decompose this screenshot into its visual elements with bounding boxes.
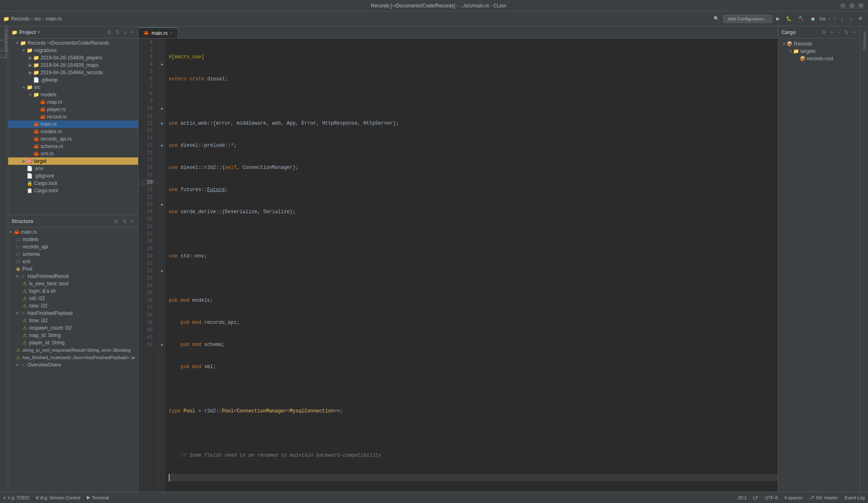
structure-sync-icon[interactable]: ⇅ [121, 218, 128, 225]
struct-login[interactable]: ⚠ login: &'a str [8, 287, 138, 295]
line-sep-display[interactable]: LF [753, 495, 759, 500]
tree-gitkeep[interactable]: 📄 .gitkeep [8, 76, 138, 84]
project-panel-actions[interactable]: ⚙ ⇅ ≡ × [106, 29, 135, 36]
minimize-button[interactable]: − [840, 3, 846, 9]
tree-gitignore[interactable]: 📄 .gitignore [8, 172, 138, 180]
struct-has-finished-result[interactable]: ▾ ○ HasFinishedResult [8, 273, 138, 280]
encoding-display[interactable]: UTF-8 [765, 495, 777, 500]
struct-xml[interactable]: □ xml [8, 258, 138, 265]
tree-src[interactable]: ▾ 📁 src [8, 84, 138, 91]
tree-models-folder[interactable]: ▾ 📁 models [8, 91, 138, 98]
gc-32[interactable]: ▶ [159, 267, 165, 275]
git-branch-display[interactable]: ⎇ Git: master [809, 495, 838, 500]
tree-cargo-toml[interactable]: 📋 Cargo.toml [8, 187, 138, 194]
tree-schema-rs[interactable]: 🦀 schema.rs [8, 143, 138, 150]
struct-new[interactable]: ⚠ new: i32 [8, 302, 138, 310]
tree-main-rs[interactable]: 🦀 main.rs [8, 121, 138, 128]
stop-btn[interactable]: ⏹ [808, 15, 818, 23]
git-pull-btn[interactable]: ↓ [839, 15, 846, 23]
struct-has-finished-payload[interactable]: ▾ ○ HasFinishedPayload [8, 310, 138, 317]
close-button[interactable]: × [858, 3, 864, 9]
version-control-btn[interactable]: ⑆ ⑆ g: Version Control [36, 495, 81, 500]
debug-btn[interactable]: 🐛 [784, 15, 794, 23]
cargo-panel-actions[interactable]: ⚙ + − ⇅ × [820, 29, 857, 36]
config-icon[interactable]: ≡ [122, 29, 128, 36]
tree-cargo-lock[interactable]: 🔒 Cargo.lock [8, 180, 138, 187]
run-btn[interactable]: ▶ [774, 15, 782, 23]
structure-settings-icon[interactable]: ⚙ [113, 218, 120, 225]
struct-player-id[interactable]: ⚠ player_id: String [8, 339, 138, 346]
tree-target[interactable]: ▶ 🎯 target [8, 157, 138, 165]
tree-env[interactable]: 📄 .env [8, 165, 138, 172]
cargo-add-icon[interactable]: + [829, 29, 834, 36]
tree-player-rs[interactable]: 🦀 player.rs [8, 106, 138, 113]
struct-has-finished-route[interactable]: ⚠ has_finished_route(web::Json<HasFinish… [8, 354, 138, 361]
struct-string-to-xml[interactable]: ⚠ string_to_xml_response(Result<String, … [8, 346, 138, 354]
cargo-expand-icon[interactable]: ⇅ [843, 29, 850, 36]
settings-icon[interactable]: ⚙ [106, 29, 113, 36]
gc-4[interactable]: ▶ [159, 61, 165, 68]
todo-btn[interactable]: ≡ ≡ g: TODO [3, 495, 29, 500]
cargo-records-rust[interactable]: 📦 records-rust [778, 55, 860, 62]
close-panel-icon[interactable]: × [129, 29, 135, 36]
struct-overview-query[interactable]: ▾ ○ OverviewQuery [8, 361, 138, 366]
struct-is-new-best[interactable]: ⚠ is_new_best: bool [8, 280, 138, 287]
maximize-button[interactable]: □ [849, 3, 855, 9]
struct-map-id[interactable]: ⚠ map_id: String [8, 332, 138, 339]
struct-models[interactable]: □ models [8, 236, 138, 243]
struct-time[interactable]: ⚠ time: i32 [8, 317, 138, 324]
tree-record-rs[interactable]: 🦀 record.rs [8, 113, 138, 121]
git-history-btn[interactable]: ⟳ [856, 15, 865, 23]
tab-close-btn[interactable]: × [170, 31, 172, 35]
position-display[interactable]: 20:1 [738, 495, 746, 500]
tree-map-rs[interactable]: 🦀 map.rs [8, 98, 138, 106]
struct-old[interactable]: ⚠ old: i32 [8, 295, 138, 302]
tree-xml-rs[interactable]: 🦀 xml.rs [8, 150, 138, 157]
struct-pool[interactable]: ◉ Pool [8, 265, 138, 273]
gc-15[interactable]: ▶ [159, 142, 165, 149]
git-push-btn[interactable]: ↑ [848, 15, 855, 23]
breadcrumb-file[interactable]: main.rs [46, 16, 62, 22]
struct-records-api[interactable]: □ records_api [8, 243, 138, 250]
gc-10[interactable]: ▶ [159, 105, 165, 112]
cargo-settings-icon[interactable]: ⚙ [820, 29, 827, 36]
terminal-btn[interactable]: ▶ Terminal [87, 495, 109, 500]
cargo-targets[interactable]: ▾ 📁 targets [778, 48, 860, 55]
gc-42[interactable]: ▶ [159, 341, 165, 348]
cargo-tree[interactable]: ▾ 📦 Records ▾ 📁 targets 📦 records-rust [778, 39, 860, 492]
tab-main-rs[interactable]: 🦀 main.rs × [138, 27, 178, 38]
database-tab[interactable]: Database [860, 28, 868, 54]
tree-records-api-rs[interactable]: 🦀 records_api.rs [8, 135, 138, 143]
breadcrumb-src[interactable]: src [34, 16, 41, 22]
cargo-records[interactable]: ▾ 📦 Records [778, 40, 860, 48]
tree-maps-folder[interactable]: ▶ 📁 2019-04-26-154939_maps [8, 61, 138, 69]
cargo-minus-icon[interactable]: − [836, 29, 841, 36]
event-log-btn[interactable]: Event Log [844, 495, 865, 500]
indent-display[interactable]: 4 spaces [784, 495, 802, 500]
editor-tabs[interactable]: 🦀 main.rs × [138, 26, 778, 39]
tree-root[interactable]: ▾ 📁 Records ~/Documents/Code/Records [8, 39, 138, 47]
code-content[interactable]: #[macro_use] extern crate diesel; use ac… [165, 39, 778, 492]
cargo-close-icon[interactable]: × [851, 29, 857, 36]
project-icon-1[interactable]: 1: Project [0, 46, 8, 54]
structure-tree[interactable]: ▾ 🦀 main.rs □ models □ records_api □ [8, 228, 138, 366]
breadcrumb-project[interactable]: Records [11, 16, 29, 22]
add-config-button[interactable]: Add Configuration... [723, 15, 772, 23]
structure-config-icon[interactable]: ≡ [129, 218, 135, 225]
tree-models-rs[interactable]: 🦀 models.rs [8, 128, 138, 135]
project-dropdown[interactable]: ▾ [38, 30, 40, 35]
tree-records-folder[interactable]: ▶ 📁 2019-04-26-154944_records [8, 69, 138, 76]
sync-icon[interactable]: ⇅ [114, 29, 121, 36]
gc-12[interactable]: ▶ [159, 120, 165, 127]
struct-main-rs[interactable]: ▾ 🦀 main.rs [8, 228, 138, 236]
gc-23[interactable]: ▶ [159, 201, 165, 208]
file-tree[interactable]: ▾ 📁 Records ~/Documents/Code/Records ▾ 📁… [8, 39, 138, 215]
struct-schema[interactable]: □ schema [8, 250, 138, 258]
tree-players-folder[interactable]: ▶ 📁 2019-04-26-154939_players [8, 54, 138, 61]
structure-panel-actions[interactable]: ⚙ ⇅ ≡ [113, 218, 135, 225]
tree-migrations[interactable]: ▾ 📁 migrations [8, 47, 138, 54]
search-btn[interactable]: 🔍 [711, 15, 722, 23]
window-controls[interactable]: − □ × [840, 3, 864, 9]
build-btn[interactable]: 🔨 [796, 15, 807, 23]
struct-respawn-count[interactable]: ⚠ respawn_count: i32 [8, 324, 138, 332]
